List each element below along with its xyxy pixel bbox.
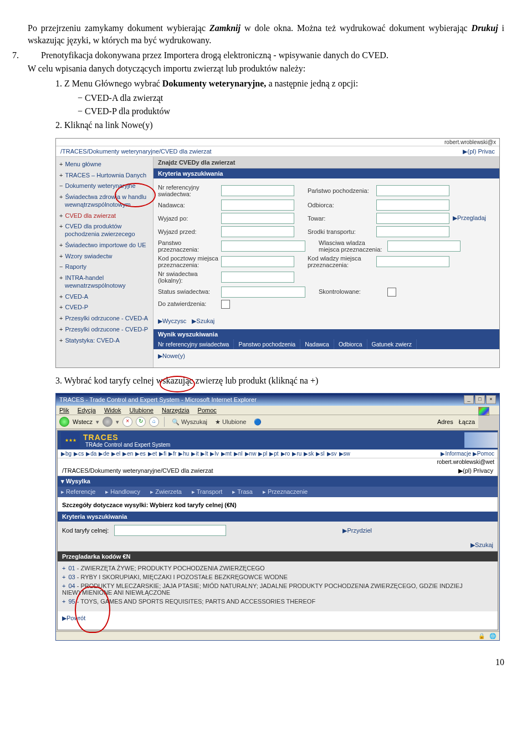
home-icon[interactable]: ⌂ (149, 417, 159, 427)
sidebar-intra[interactable]: +INTRA-handel wewnatrzwspólnotowy (56, 273, 153, 292)
info-pomoc-links[interactable]: ▶Informacje ▶Pomoc (441, 451, 494, 457)
refresh-icon[interactable]: ↻ (136, 417, 146, 427)
col-nadawca[interactable]: Nadawca (300, 339, 334, 349)
input-srodki[interactable] (376, 226, 449, 237)
tab-przeznaczenie[interactable]: ▸ Przeznaczenie (263, 488, 308, 496)
lang-sl[interactable]: ▶sl (316, 451, 324, 457)
lang-bg[interactable]: ▶bg (61, 451, 71, 457)
powrot-link[interactable]: ▶Powrót (58, 611, 498, 630)
cn-item-01[interactable]: + 01 - ZWIERZĘTA ŻYWE; PRODUKTY POCHODZE… (62, 564, 493, 573)
media-icon[interactable]: 🔵 (252, 418, 264, 426)
menu-plik[interactable]: Plik (59, 407, 69, 413)
col-odbiorca[interactable]: Odbiorca (334, 339, 367, 349)
menu-pomoc[interactable]: Pomoc (198, 407, 217, 413)
input-kod-wladzy[interactable] (376, 256, 449, 267)
lang-priv[interactable]: ▶(pl) Privac (463, 148, 495, 155)
lang-es[interactable]: ▶es (135, 451, 146, 457)
sidebar-raporty[interactable]: −Raporty (56, 262, 153, 273)
menu-edycja[interactable]: Edycja (78, 407, 96, 413)
lang-cs[interactable]: ▶cs (74, 451, 84, 457)
checkbox-do-zatw[interactable] (221, 300, 230, 309)
sidebar-swiadectwa[interactable]: +Świadectwa zdrowia w handlu wewnątrzwsp… (56, 192, 153, 211)
lang-pl[interactable]: ▶pl (258, 451, 267, 457)
sidebar-cved-a[interactable]: +CVED-A (56, 292, 153, 303)
lang-en[interactable]: ▶en (122, 451, 133, 457)
col-panstwo[interactable]: Panstwo pochodzenia (234, 339, 300, 349)
tab-referencje[interactable]: ▸ Referencje (61, 488, 95, 496)
lang-nw[interactable]: ▶nw (245, 451, 257, 457)
lang-pt[interactable]: ▶pt (269, 451, 278, 457)
lang-nl[interactable]: ▶nl (234, 451, 243, 457)
crumb2-right[interactable]: ▶(pl) Privacy (458, 467, 493, 474)
input-nadawca[interactable] (221, 200, 294, 211)
back-icon[interactable] (59, 417, 69, 427)
kod-input[interactable] (114, 525, 226, 536)
nowe-link[interactable]: ▶Nowe(y) (158, 353, 185, 359)
przydziel-link[interactable]: ▶Przydziel (342, 527, 372, 534)
search-button[interactable]: 🔍 Wyszukaj (170, 418, 209, 426)
lang-el[interactable]: ▶el (111, 451, 120, 457)
maximize-button[interactable]: □ (475, 395, 485, 404)
input-nr-ref[interactable] (221, 185, 294, 196)
favorites-button[interactable]: ★ Ulubione (213, 418, 248, 426)
menu-narzedzia[interactable]: Narzędzia (162, 407, 190, 413)
select-status[interactable] (221, 287, 305, 298)
sidebar-swiad-import[interactable]: +Świadectwo importowe do UE (56, 240, 153, 251)
col-gatunek[interactable]: Gatunek zwierz (367, 339, 417, 349)
przegladaj-link[interactable]: ▶Przegladaj (449, 214, 489, 222)
forward-icon[interactable] (103, 417, 112, 427)
sidebar-wzory[interactable]: +Wzory swiadectw (56, 251, 153, 262)
sidebar-statystyka[interactable]: +Statystyka: CVED-A (56, 335, 153, 346)
cn-item-04[interactable]: + 04 - PRODUKTY MLECZARSKIE; JAJA PTASIE… (62, 581, 493, 597)
lang-hu[interactable]: ▶hu (178, 451, 189, 457)
lang-de[interactable]: ▶de (99, 451, 109, 457)
sidebar-dokumenty-wet[interactable]: −Dokumenty weterynaryjne (56, 181, 153, 192)
tab-zwierzeta[interactable]: ▸ Zwierzeta (150, 488, 182, 496)
wyczysc-link[interactable]: ▶Wyczysc (158, 318, 186, 325)
sidebar-odrzucone-p[interactable]: +Przesylki odrzucone - CVED-P (56, 324, 153, 335)
szukaj-link-2[interactable]: ▶Szukaj (470, 542, 493, 548)
input-kod-pocz[interactable] (221, 256, 294, 267)
stop-icon[interactable]: × (122, 417, 132, 427)
select-panstwo-przez[interactable] (221, 241, 305, 252)
cn-item-03[interactable]: + 03 - RYBY I SKORUPIAKI, MIĘCZAKI I POZ… (62, 573, 493, 581)
lang-fr[interactable]: ▶fr (168, 451, 176, 457)
lang-ro[interactable]: ▶ro (281, 451, 290, 457)
back-label[interactable]: Wstecz (73, 418, 93, 425)
lang-ru[interactable]: ▶ru (292, 451, 301, 457)
lang-lv[interactable]: ▶lv (210, 451, 218, 457)
lang-da[interactable]: ▶da (86, 451, 96, 457)
lang-sw[interactable]: ▶sw (339, 451, 350, 457)
lang-it[interactable]: ▶it (191, 451, 198, 457)
input-wyjazd-po[interactable] (221, 213, 294, 224)
lang-fi[interactable]: ▶fi (159, 451, 166, 457)
input-wyjazd-przed[interactable] (221, 226, 294, 237)
menu-widok[interactable]: Widok (104, 407, 121, 413)
sidebar-traces-hurtownia[interactable]: +TRACES – Hurtownia Danych (56, 170, 153, 181)
close-button[interactable]: × (486, 395, 496, 404)
input-nr-swiad[interactable] (221, 272, 294, 283)
lang-mt[interactable]: ▶mt (221, 451, 232, 457)
cn-item-95[interactable]: + 95 - TOYS, GAMES AND SPORTS REQUISITES… (62, 597, 493, 606)
lang-lt[interactable]: ▶lt (201, 451, 208, 457)
sidebar-cved-produkty[interactable]: +CVED dla produktów pochodzenia zwierzec… (56, 221, 153, 240)
sidebar-odrzucone-a[interactable]: +Przesylki odrzucone - CVED-A (56, 313, 153, 324)
col-nr-ref[interactable]: Nr referencyjny swiadectwa (154, 339, 234, 349)
input-odbiorca[interactable] (376, 200, 449, 211)
lang-sk[interactable]: ▶sk (304, 451, 314, 457)
input-towar[interactable] (376, 213, 449, 224)
menu-ulubione[interactable]: Ulubione (130, 407, 154, 413)
input-panstwo-poch[interactable] (376, 185, 449, 196)
lang-et[interactable]: ▶et (148, 451, 157, 457)
checkbox-skontrolowane[interactable] (387, 288, 396, 297)
sidebar-cved-zwierzat[interactable]: +CVED dla zwierzat (56, 211, 153, 222)
minimize-button[interactable]: _ (464, 395, 474, 404)
input-wlasciwa[interactable] (387, 241, 461, 252)
sidebar-menu-glowne[interactable]: +Menu główne (56, 159, 153, 170)
sidebar-cved-p[interactable]: +CVED-P (56, 302, 153, 313)
lang-sv[interactable]: ▶sv (327, 451, 337, 457)
tab-handlowcy[interactable]: ▸ Handlowcy (105, 488, 140, 496)
lacza-label[interactable]: Łącza (459, 418, 475, 425)
tab-trasa[interactable]: ▸ Trasa (232, 488, 253, 496)
szukaj-link[interactable]: ▶Szukaj (192, 318, 214, 325)
